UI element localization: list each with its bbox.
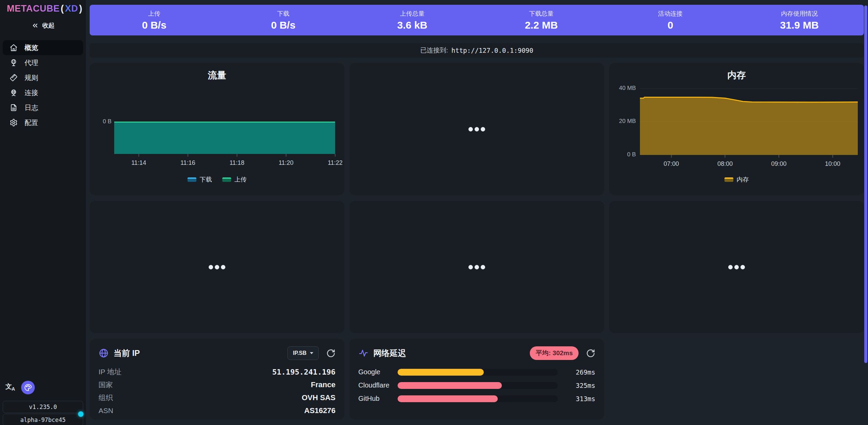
logo-brand-text: METACUBE <box>7 3 60 14</box>
core-version-button[interactable]: v1.235.0 <box>3 401 83 413</box>
upload-swatch-icon <box>222 177 231 182</box>
traffic-chart-title: 流量 <box>90 69 344 81</box>
ip-row-value: 51.195.241.196 <box>272 368 335 376</box>
latency-card-header: 网络延迟 平均: 302ms <box>358 346 595 361</box>
ip-row-value: France <box>311 380 335 389</box>
connection-label: 已连接到: <box>420 46 448 55</box>
main-content: 上传0 B/s 下载0 B/s 上传总量3.6 kB 下载总量2.2 MB 活动… <box>86 0 868 425</box>
legend-label: 下载 <box>200 175 212 184</box>
ip-row-country: 国家France <box>99 378 335 391</box>
sidebar-item-label: 连接 <box>25 88 38 97</box>
translate-icon: 文 <box>5 382 12 391</box>
sidebar-menu: 概览 代理 规则 连接 日志 配置 <box>3 40 83 130</box>
x-tick: 08:00 <box>717 155 733 168</box>
ip-source-select[interactable]: IP.SB <box>287 346 319 360</box>
latency-refresh-button[interactable] <box>586 349 595 358</box>
logo-paren-close: ) <box>79 3 83 14</box>
stat-active-connections: 活动连接0 <box>606 10 735 31</box>
ip-row-label: IP 地址 <box>99 367 121 377</box>
memory-legend: 内存 <box>609 175 864 184</box>
ip-row-value: AS16276 <box>304 406 335 415</box>
stat-value: 0 B/s <box>271 19 296 31</box>
ip-refresh-button[interactable] <box>326 349 335 358</box>
latency-card-title: 网络延迟 <box>373 348 406 359</box>
memory-chart-title: 内存 <box>609 69 864 81</box>
update-indicator-dot <box>78 411 84 417</box>
loading-dots <box>468 265 485 269</box>
app-logo: METACUBE(XD) <box>7 3 84 14</box>
ip-source-value: IP.SB <box>293 350 306 356</box>
ip-row-asn: ASNAS16276 <box>99 404 335 417</box>
sidebar: METACUBE(XD) 收起 概览 代理 规则 连接 日志 配置 <box>0 0 86 425</box>
traffic-x-axis: 11:1411:1611:1811:2011:22 <box>90 154 344 170</box>
stat-label: 上传总量 <box>400 10 424 18</box>
ip-row-value: OVH SAS <box>302 393 335 402</box>
average-latency-badge: 平均: 302ms <box>530 346 579 360</box>
legend-item-download[interactable]: 下载 <box>188 175 212 184</box>
latency-bar-fill <box>398 395 498 402</box>
stat-value: 2.2 MB <box>525 19 558 31</box>
sidebar-item-overview[interactable]: 概览 <box>3 40 83 55</box>
chevrons-left-icon <box>31 22 39 29</box>
stat-label: 下载 <box>277 10 289 18</box>
ip-card-header: 当前 IP IP.SB <box>99 346 335 361</box>
connection-status-bar: 已连接到: http://127.0.0.1:9090 <box>90 43 864 58</box>
sidebar-item-rules[interactable]: 规则 <box>3 70 83 85</box>
loading-dots <box>209 265 225 269</box>
home-icon <box>10 44 18 52</box>
sidebar-collapse-button[interactable]: 收起 <box>0 20 86 31</box>
collapse-label: 收起 <box>42 21 55 30</box>
memory-x-axis: 07:0008:0009:0010:00 <box>609 155 864 171</box>
latency-row-cloudflare: Cloudflare325ms <box>358 379 595 392</box>
refresh-icon <box>326 349 335 358</box>
latency-service-label: Google <box>358 368 398 376</box>
legend-item-memory[interactable]: 内存 <box>724 175 749 184</box>
globe-stand-icon <box>10 59 18 67</box>
stat-value: 3.6 kB <box>397 19 427 31</box>
stat-label: 活动连接 <box>658 10 683 18</box>
x-tick: 11:14 <box>131 154 146 167</box>
sidebar-item-proxies[interactable]: 代理 <box>3 55 83 70</box>
stats-bar: 上传0 B/s 下载0 B/s 上传总量3.6 kB 下载总量2.2 MB 活动… <box>90 5 864 35</box>
ruler-icon <box>10 74 18 82</box>
file-text-icon <box>10 104 18 112</box>
x-tick: 11:22 <box>328 154 343 167</box>
current-ip-card: 当前 IP IP.SB IP 地址51.195.241.196 国家France… <box>90 339 344 420</box>
latency-service-label: GitHub <box>358 395 398 403</box>
legend-item-upload[interactable]: 上传 <box>222 175 247 184</box>
network-latency-card: 网络延迟 平均: 302ms Google269ms Cloudflare325… <box>349 339 604 420</box>
latency-bar-track <box>398 382 558 389</box>
network-globe-icon <box>10 89 18 97</box>
ip-row-organization: 组织OVH SAS <box>99 391 335 404</box>
x-tick: 10:00 <box>825 155 840 168</box>
loading-card <box>90 201 344 333</box>
memory-y-tick-label: 20 MB <box>609 118 636 125</box>
app-build-button[interactable]: alpha-97bce45 <box>3 414 83 425</box>
loading-card <box>609 201 864 333</box>
ip-row-label: ASN <box>99 407 113 415</box>
traffic-y-tick-label: 0 B <box>90 118 111 125</box>
sidebar-item-label: 日志 <box>25 103 38 112</box>
scrollbar-thumb[interactable] <box>864 5 867 363</box>
memory-swatch-icon <box>724 177 733 182</box>
stat-label: 下载总量 <box>529 10 554 18</box>
loading-card <box>349 201 604 333</box>
ip-row-label: 国家 <box>99 380 113 390</box>
stat-memory-usage: 内存使用情况31.9 MB <box>735 10 864 31</box>
x-tick: 11:20 <box>279 154 294 167</box>
latency-row-github: GitHub313ms <box>358 392 595 405</box>
sidebar-item-logs[interactable]: 日志 <box>3 100 83 115</box>
ip-row-address: IP 地址51.195.241.196 <box>99 365 335 378</box>
theme-button[interactable] <box>21 381 35 394</box>
language-toggle-button[interactable]: 文A <box>5 381 17 394</box>
loading-dots <box>468 127 485 131</box>
sidebar-footer-icons: 文A <box>5 381 35 394</box>
sidebar-item-config[interactable]: 配置 <box>3 115 83 130</box>
sidebar-item-connections[interactable]: 连接 <box>3 85 83 100</box>
traffic-legend: 下载 上传 <box>90 175 344 184</box>
latency-row-google: Google269ms <box>358 365 595 379</box>
connection-url: http://127.0.0.1:9090 <box>451 47 533 54</box>
build-label: alpha-97bce45 <box>20 416 65 423</box>
x-tick: 09:00 <box>771 155 787 168</box>
globe-icon <box>99 348 109 358</box>
